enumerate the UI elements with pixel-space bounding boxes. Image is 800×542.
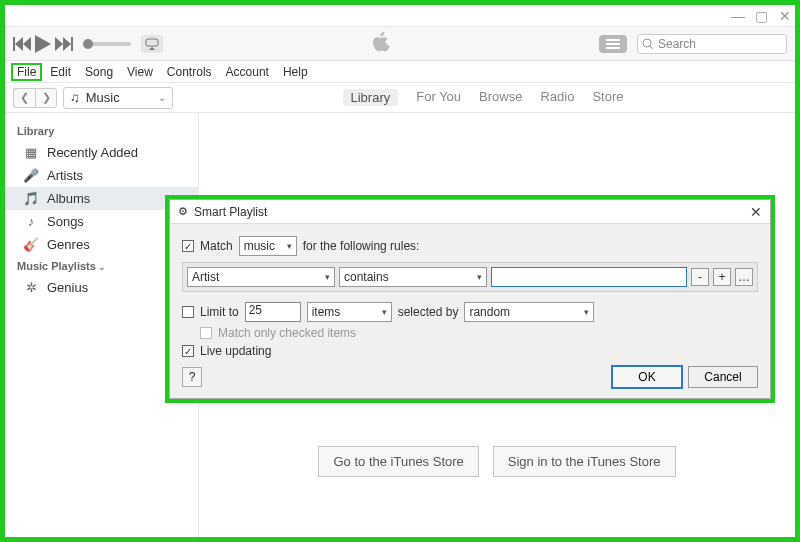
smart-playlist-dialog-highlight: ⚙ Smart Playlist ✕ Match music▾ for the … — [165, 195, 775, 403]
svg-rect-2 — [606, 43, 620, 45]
search-icon — [642, 38, 654, 50]
sidebar-item-recently-added[interactable]: ▦Recently Added — [5, 141, 198, 164]
tab-store[interactable]: Store — [592, 89, 623, 106]
playlist-icon: ⚙ — [178, 205, 188, 218]
svg-line-5 — [650, 46, 653, 49]
chevron-down-icon: ▾ — [287, 241, 292, 251]
sidebar-item-label: Recently Added — [47, 145, 138, 160]
apple-logo-icon — [169, 31, 593, 56]
rule-condition-select[interactable]: contains▾ — [339, 267, 487, 287]
genius-icon: ✲ — [23, 280, 39, 295]
limit-label: Limit to — [200, 305, 239, 319]
microphone-icon: 🎤 — [23, 168, 39, 183]
match-checked-items-checkbox[interactable] — [200, 327, 212, 339]
menu-view[interactable]: View — [121, 63, 159, 81]
media-type-label: Music — [86, 90, 120, 105]
volume-slider[interactable] — [83, 42, 131, 46]
menu-help[interactable]: Help — [277, 63, 314, 81]
menu-account[interactable]: Account — [220, 63, 275, 81]
window-close-button[interactable]: ✕ — [779, 10, 791, 22]
tab-library[interactable]: Library — [343, 89, 399, 106]
menu-song[interactable]: Song — [79, 63, 119, 81]
menu-edit[interactable]: Edit — [44, 63, 77, 81]
sidebar-header-library: Library — [5, 121, 198, 141]
music-note-icon: ♫ — [70, 90, 80, 105]
svg-rect-0 — [146, 39, 158, 46]
dialog-titlebar: ⚙ Smart Playlist ✕ — [170, 200, 770, 224]
dialog-title: Smart Playlist — [194, 205, 267, 219]
grid-icon: ▦ — [23, 145, 39, 160]
chevron-down-icon: ⌄ — [98, 262, 106, 272]
next-track-button[interactable] — [55, 37, 73, 51]
sidebar-item-label: Songs — [47, 214, 84, 229]
limit-value-input[interactable]: 25 — [245, 302, 301, 322]
rule-remove-button[interactable]: - — [691, 268, 709, 286]
select-value: music — [244, 239, 275, 253]
window-minimize-button[interactable]: — — [731, 10, 743, 22]
smart-playlist-dialog: ⚙ Smart Playlist ✕ Match music▾ for the … — [169, 199, 771, 399]
limit-unit-select[interactable]: items▾ — [307, 302, 392, 322]
section-tabs: Library For You Browse Radio Store — [179, 89, 787, 106]
tab-browse[interactable]: Browse — [479, 89, 522, 106]
svg-point-4 — [643, 39, 651, 47]
sidebar-item-label: Genius — [47, 280, 88, 295]
select-value: Artist — [192, 270, 219, 284]
sidebar-item-label: Albums — [47, 191, 90, 206]
window-maximize-button[interactable]: ▢ — [755, 10, 767, 22]
select-value: items — [312, 305, 341, 319]
svg-rect-1 — [606, 39, 620, 41]
rule-row: Artist▾ contains▾ - + … — [182, 262, 758, 292]
live-updating-label: Live updating — [200, 344, 271, 358]
select-value: random — [469, 305, 510, 319]
media-type-selector[interactable]: ♫ Music ⌄ — [63, 87, 173, 109]
cancel-button[interactable]: Cancel — [688, 366, 758, 388]
sidebar-item-label: Genres — [47, 237, 90, 252]
previous-track-button[interactable] — [13, 37, 31, 51]
rule-nest-button[interactable]: … — [735, 268, 753, 286]
help-button[interactable]: ? — [182, 367, 202, 387]
tab-radio[interactable]: Radio — [540, 89, 574, 106]
note-icon: ♪ — [23, 214, 39, 229]
svg-rect-3 — [606, 47, 620, 49]
chevron-down-icon: ▾ — [584, 307, 589, 317]
guitar-icon: 🎸 — [23, 237, 39, 252]
search-input[interactable]: Search — [637, 34, 787, 54]
chevron-down-icon: ▾ — [382, 307, 387, 317]
match-checkbox[interactable] — [182, 240, 194, 252]
album-icon: 🎵 — [23, 191, 39, 206]
window-titlebar: — ▢ ✕ — [5, 5, 795, 27]
rule-value-input[interactable] — [491, 267, 687, 287]
navigation-bar: ❮ ❯ ♫ Music ⌄ Library For You Browse Rad… — [5, 83, 795, 113]
menu-file[interactable]: File — [11, 63, 42, 81]
search-placeholder: Search — [658, 37, 696, 51]
menu-controls[interactable]: Controls — [161, 63, 218, 81]
menu-bar: File Edit Song View Controls Account Hel… — [5, 61, 795, 83]
nav-back-button[interactable]: ❮ — [13, 88, 35, 108]
match-checked-items-label: Match only checked items — [218, 326, 356, 340]
chevron-down-icon: ▾ — [477, 272, 482, 282]
select-value: contains — [344, 270, 389, 284]
list-view-button[interactable] — [599, 35, 627, 53]
sidebar-item-label: Artists — [47, 168, 83, 183]
airplay-button[interactable] — [141, 35, 163, 53]
selected-by-label: selected by — [398, 305, 459, 319]
rule-add-button[interactable]: + — [713, 268, 731, 286]
nav-forward-button[interactable]: ❯ — [35, 88, 57, 108]
sign-in-store-button[interactable]: Sign in to the iTunes Store — [493, 446, 676, 477]
playback-controls — [13, 35, 73, 53]
live-updating-checkbox[interactable] — [182, 345, 194, 357]
tab-for-you[interactable]: For You — [416, 89, 461, 106]
selected-by-select[interactable]: random▾ — [464, 302, 594, 322]
sidebar-header-label: Music Playlists — [17, 260, 96, 272]
chevron-down-icon: ⌄ — [158, 92, 166, 103]
chevron-down-icon: ▾ — [325, 272, 330, 282]
ok-button[interactable]: OK — [612, 366, 682, 388]
play-button[interactable] — [35, 35, 51, 53]
limit-checkbox[interactable] — [182, 306, 194, 318]
rule-field-select[interactable]: Artist▾ — [187, 267, 335, 287]
player-toolbar: Search — [5, 27, 795, 61]
match-type-select[interactable]: music▾ — [239, 236, 297, 256]
dialog-close-button[interactable]: ✕ — [750, 204, 762, 220]
go-to-store-button[interactable]: Go to the iTunes Store — [318, 446, 478, 477]
sidebar-item-artists[interactable]: 🎤Artists — [5, 164, 198, 187]
